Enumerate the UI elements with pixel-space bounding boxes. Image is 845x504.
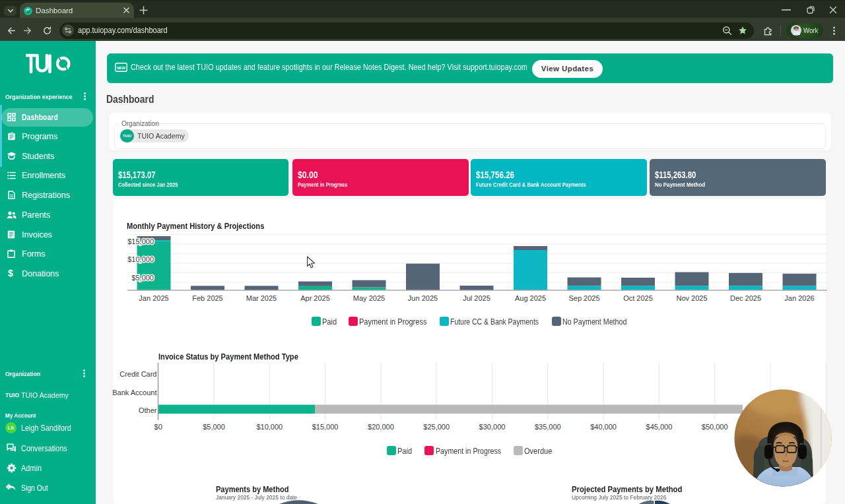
svg-text:Credit Card: Credit Card [119,370,156,378]
svg-text:Feb 2025: Feb 2025 [192,294,222,302]
svg-text:Nov 2025: Nov 2025 [676,294,707,302]
svg-text:Apr 2025: Apr 2025 [300,294,330,302]
svg-text:$0: $0 [154,423,162,431]
svg-text:$15,000: $15,000 [127,237,154,245]
svg-text:Dec 2025: Dec 2025 [730,294,761,302]
svg-text:$10,000: $10,000 [256,423,283,431]
svg-text:Aug 2025: Aug 2025 [515,294,546,302]
svg-text:$40,000: $40,000 [590,423,617,431]
svg-text:$15,000: $15,000 [312,423,339,431]
svg-text:Bank Account: Bank Account [112,389,156,396]
svg-text:$10,000: $10,000 [127,255,154,263]
svg-text:NEW: NEW [117,66,125,70]
svg-text:Jan 2026: Jan 2026 [784,294,814,302]
svg-text:May 2025: May 2025 [353,294,385,302]
svg-text:$45,000: $45,000 [646,423,673,431]
svg-text:Mar 2025: Mar 2025 [246,294,277,302]
svg-text:Jan 2025: Jan 2025 [139,294,168,302]
svg-text:$20,000: $20,000 [368,423,394,431]
svg-text:$5,000: $5,000 [131,274,154,282]
svg-text:$25,000: $25,000 [423,423,450,431]
svg-text:$5,000: $5,000 [203,423,225,431]
svg-text:$50,000: $50,000 [702,423,728,431]
svg-text:Other: Other [139,406,157,414]
svg-text:$30,000: $30,000 [479,423,506,431]
svg-text:Oct 2025: Oct 2025 [623,294,653,302]
svg-text:Jul 2025: Jul 2025 [463,294,490,302]
svg-text:Jun 2025: Jun 2025 [408,294,438,302]
svg-text:$35,000: $35,000 [535,423,561,431]
svg-text:Sep 2025: Sep 2025 [568,294,599,302]
